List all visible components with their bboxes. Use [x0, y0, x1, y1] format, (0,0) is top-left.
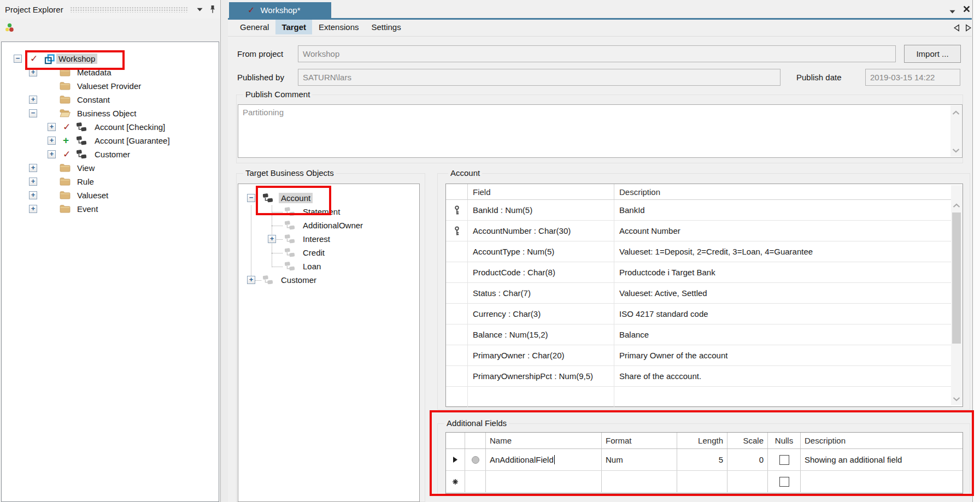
chevron-down-icon[interactable]: [953, 394, 960, 403]
length-cell[interactable]: 5: [677, 449, 727, 470]
tree-item-view[interactable]: +View: [2, 162, 219, 175]
from-project-field[interactable]: Workshop: [298, 45, 896, 62]
grid-row-anadditionalfield[interactable]: AnAdditionalFieldNum50Showing an additio…: [446, 449, 963, 471]
expand-expander-icon[interactable]: +: [29, 96, 37, 104]
expand-expander-icon[interactable]: +: [268, 235, 276, 243]
description-cell: Valueset: 1=Deposit, 2=Credit, 3=Loan, 4…: [614, 241, 952, 262]
chevron-down-icon[interactable]: [952, 145, 960, 155]
tree-item-rule[interactable]: +Rule: [2, 175, 219, 189]
tbo-item-loan[interactable]: Loan: [238, 260, 419, 274]
collapse-expander-icon[interactable]: −: [29, 109, 37, 117]
table-row-primaryownershippct[interactable]: PrimaryOwnershipPct : Num(9,5)Share of t…: [446, 366, 952, 387]
publish-date-field[interactable]: 2019-03-15 14:22: [865, 69, 960, 86]
table-row-accountnumber[interactable]: AccountNumber : Char(30)Account Number: [446, 221, 952, 241]
length-cell[interactable]: [677, 471, 727, 492]
chevron-up-icon[interactable]: [953, 200, 960, 210]
description-cell[interactable]: Showing an additional field: [801, 449, 963, 470]
table-row-primaryowner[interactable]: PrimaryOwner : Char(20)Primary Owner of …: [446, 345, 952, 366]
table-row-accounttype[interactable]: AccountType : Num(5)Valueset: 1=Deposit,…: [446, 241, 952, 262]
scale-cell[interactable]: 0: [727, 449, 768, 470]
tab-extensions[interactable]: Extensions: [313, 20, 365, 34]
column-header-name[interactable]: Name: [486, 433, 602, 448]
expand-expander-icon[interactable]: +: [48, 137, 56, 145]
nulls-checkbox[interactable]: [779, 455, 789, 465]
column-header-scale[interactable]: Scale: [727, 433, 768, 448]
column-header-length[interactable]: Length: [677, 433, 727, 448]
nav-left-icon[interactable]: [953, 24, 960, 33]
column-header-format[interactable]: Format: [602, 433, 677, 448]
collapse-expander-icon[interactable]: −: [247, 194, 255, 202]
business-object-icon-faded: [284, 262, 295, 271]
scrollbar-thumb[interactable]: [952, 212, 961, 344]
tree-item-valueset[interactable]: +Valueset: [2, 189, 219, 203]
chevron-up-icon[interactable]: [952, 108, 960, 117]
tree-item-label: Rule: [75, 176, 96, 187]
tbo-item-interest[interactable]: +Interest: [238, 233, 419, 246]
status-dots-icon[interactable]: [4, 22, 15, 33]
column-header-nulls[interactable]: Nulls: [768, 433, 801, 448]
expand-expander-icon[interactable]: +: [29, 164, 37, 172]
published-by-field[interactable]: SATURN\lars: [298, 69, 781, 86]
format-cell[interactable]: [602, 471, 677, 492]
tree-item-customer[interactable]: +✓Customer: [2, 148, 219, 162]
expand-expander-icon[interactable]: +: [29, 205, 37, 213]
panel-splitter[interactable]: [221, 0, 228, 502]
format-cell[interactable]: Num: [602, 449, 677, 470]
pin-icon[interactable]: [207, 4, 218, 15]
tbo-item-account[interactable]: −Account: [238, 192, 419, 205]
published-by-label: Published by: [237, 73, 284, 82]
grid-new-row[interactable]: [446, 471, 963, 493]
tbo-item-credit[interactable]: Credit: [238, 246, 419, 260]
tab-list-caret-icon[interactable]: [949, 6, 955, 15]
nav-right-icon[interactable]: [965, 24, 972, 33]
folder-icon: [60, 204, 71, 214]
project-tree: −✓Workshop+MetadataValueset Provider+Con…: [1, 42, 219, 502]
drag-grip[interactable]: [70, 7, 189, 13]
expand-expander-icon[interactable]: +: [48, 123, 56, 131]
table-row-productcode[interactable]: ProductCode : Char(8)Productcode i Targe…: [446, 262, 952, 283]
expand-expander-icon[interactable]: +: [247, 276, 255, 284]
name-cell[interactable]: [486, 471, 602, 492]
tree-item-metadata[interactable]: +Metadata: [2, 66, 219, 80]
tbo-item-customer[interactable]: +Customer: [238, 274, 419, 287]
import-button[interactable]: Import ...: [904, 45, 961, 63]
scale-cell[interactable]: [727, 471, 768, 492]
tree-item-account-checking[interactable]: +✓Account [Checking]: [2, 121, 219, 134]
row-selector-cell: [446, 283, 468, 303]
collapse-expander-icon[interactable]: −: [14, 55, 22, 63]
tree-item-event[interactable]: +Event: [2, 203, 219, 216]
tab-general[interactable]: General: [234, 20, 275, 34]
nulls-checkbox[interactable]: [779, 477, 789, 487]
expand-expander-icon[interactable]: +: [29, 178, 37, 186]
expand-expander-icon[interactable]: +: [48, 150, 56, 158]
table-row-bankid[interactable]: BankId : Num(5)BankId: [446, 200, 952, 221]
folder-icon: [60, 68, 71, 78]
comment-scrollbar[interactable]: [950, 105, 961, 157]
tab-settings[interactable]: Settings: [365, 20, 407, 34]
dropdown-caret-icon[interactable]: [194, 4, 205, 15]
expand-expander-icon[interactable]: +: [29, 68, 37, 76]
column-header-description[interactable]: Description: [614, 184, 952, 199]
publish-comment-textarea[interactable]: Partitioning: [238, 104, 963, 158]
tree-item-business-object[interactable]: −Business Object: [2, 107, 219, 121]
description-cell[interactable]: [801, 471, 963, 492]
column-header-field[interactable]: Field: [468, 184, 614, 199]
tree-item-workshop[interactable]: −✓Workshop: [2, 52, 219, 66]
tree-item-label: Business Object: [75, 108, 138, 119]
row-selector-cell: [446, 345, 468, 365]
tbo-item-additionalowner[interactable]: AdditionalOwner: [238, 219, 419, 233]
expand-expander-icon[interactable]: +: [29, 191, 37, 199]
account-table-scrollbar[interactable]: [951, 185, 963, 405]
name-cell[interactable]: AnAdditionalField: [486, 449, 602, 470]
table-row-status[interactable]: Status : Char(7)Valueset: Active, Settle…: [446, 283, 952, 304]
tbo-item-statement[interactable]: Statement: [238, 205, 419, 219]
table-row-balance[interactable]: Balance : Num(15,2)Balance: [446, 324, 952, 345]
column-header-description[interactable]: Description: [801, 433, 963, 448]
tree-item-constant[interactable]: +Constant: [2, 93, 219, 107]
tree-item-valueset-provider[interactable]: Valueset Provider: [2, 80, 219, 93]
tab-target[interactable]: Target: [275, 20, 312, 34]
table-row-currency[interactable]: Currency : Char(3)ISO 4217 standard code: [446, 304, 952, 324]
close-icon[interactable]: [963, 5, 970, 14]
tree-item-account-guarantee[interactable]: ++Account [Guarantee]: [2, 134, 219, 148]
document-tab-workshop[interactable]: ✓ Workshop*: [229, 2, 331, 18]
